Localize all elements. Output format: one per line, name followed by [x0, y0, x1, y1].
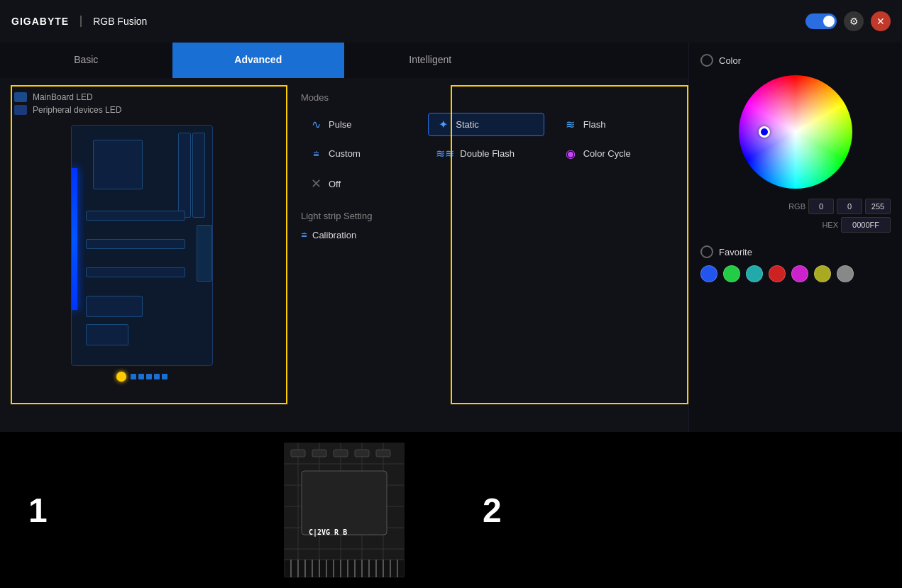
fav-color-2[interactable]: [746, 265, 763, 282]
color-icon: [700, 54, 713, 67]
color-wheel-container[interactable]: [739, 75, 852, 189]
flash-label: Flash: [583, 119, 606, 130]
calibration-icon: ⩧: [301, 228, 307, 241]
mode-static[interactable]: ✦ Static: [428, 113, 544, 136]
svg-rect-18: [284, 560, 405, 577]
peripheral-led-icon: [14, 105, 27, 115]
color-cycle-label: Color Cycle: [583, 148, 631, 159]
rgb-row: RGB: [700, 199, 891, 214]
settings-button[interactable]: ⚙: [844, 11, 864, 31]
tab-extra[interactable]: [517, 43, 689, 78]
svg-rect-12: [312, 450, 326, 457]
annotation-label-2: 2: [483, 491, 502, 530]
mode-pulse[interactable]: ∿ Pulse: [301, 113, 417, 136]
mode-color-cycle[interactable]: ◉ Color Cycle: [556, 142, 671, 165]
off-label: Off: [329, 179, 341, 189]
cpu-area: [93, 140, 143, 189]
hex-row: HEX: [700, 217, 891, 233]
svg-rect-15: [376, 450, 390, 457]
annotation-label-1: 1: [28, 491, 48, 530]
svg-rect-16: [302, 471, 387, 535]
light-strip-section-label: Light strip Setting: [301, 211, 671, 221]
static-icon: ✦: [436, 118, 450, 131]
mainboard-led-icon: [14, 92, 27, 102]
static-label: Static: [456, 119, 479, 130]
io-shield: [197, 225, 212, 282]
bottom-area: 1: [0, 432, 902, 588]
fav-color-1[interactable]: [723, 265, 740, 282]
favorite-section-label: Favorite: [700, 245, 752, 258]
logo-gigabyte: GIGABYTE: [11, 16, 69, 27]
hw-chip-visual: C|2VG R B: [284, 443, 405, 577]
rgb-b-input[interactable]: [865, 199, 891, 214]
logo-app-name: RGB Fusion: [93, 16, 147, 27]
custom-label: Custom: [329, 148, 361, 159]
mode-off[interactable]: ✕ Off: [301, 171, 417, 196]
indicator-bar-5: [162, 374, 167, 379]
app-logo: GIGABYTE RGB Fusion: [11, 16, 147, 27]
color-cursor: [759, 126, 770, 138]
favorite-colors: [700, 265, 854, 282]
logo-divider: [80, 16, 82, 27]
mainboard-led-option[interactable]: MainBoard LED: [14, 92, 270, 102]
hex-input[interactable]: [841, 217, 891, 233]
connector-2: [86, 324, 128, 345]
indicator-bars: [131, 374, 167, 379]
color-cycle-icon: ◉: [563, 147, 578, 160]
led-options: MainBoard LED Peripheral devices LED: [14, 92, 270, 118]
hex-label: HEX: [817, 221, 838, 229]
svg-rect-11: [291, 450, 305, 457]
indicator-bar-2: [138, 374, 144, 379]
indicator-bar-1: [131, 374, 136, 379]
calibration-label: Calibration: [312, 230, 356, 240]
tabs-bar: Basic Advanced Intelligent: [0, 43, 688, 78]
rgb-g-input[interactable]: [837, 199, 862, 214]
led-strip-visual: [72, 168, 77, 310]
connector-1: [86, 296, 143, 317]
svg-rect-13: [334, 450, 348, 457]
peripheral-led-option[interactable]: Peripheral devices LED: [14, 105, 270, 115]
indicator-dot: [116, 372, 126, 382]
tab-intelligent[interactable]: Intelligent: [344, 43, 517, 78]
ram-slot-1: [192, 133, 205, 218]
rgb-label: RGB: [784, 202, 805, 211]
color-panel-title: Color: [700, 54, 741, 67]
pulse-label: Pulse: [329, 119, 352, 130]
svg-text:C|2VG R B: C|2VG R B: [309, 528, 347, 537]
pulse-icon: ∿: [309, 118, 323, 131]
hardware-image: C|2VG R B: [284, 443, 405, 577]
favorite-icon: [700, 245, 713, 258]
fav-color-4[interactable]: [791, 265, 808, 282]
color-wheel[interactable]: [739, 75, 852, 189]
tab-advanced[interactable]: Advanced: [172, 43, 345, 78]
mode-flash[interactable]: ≋ Flash: [556, 113, 671, 136]
flash-icon: ≋: [563, 118, 578, 131]
rgb-r-input[interactable]: [808, 199, 834, 214]
fav-color-5[interactable]: [814, 265, 831, 282]
ram-slot-2: [178, 133, 191, 218]
modes-grid: ∿ Pulse ✦ Static ≋ Flash ⩧: [301, 113, 671, 196]
double-flash-label: Double Flash: [460, 148, 515, 159]
calibration-row[interactable]: ⩧ Calibration: [301, 228, 671, 241]
mb-indicator: [116, 372, 167, 382]
chip-svg: C|2VG R B: [284, 443, 405, 577]
off-icon: ✕: [309, 176, 323, 192]
color-values: RGB HEX: [700, 199, 891, 235]
titlebar: GIGABYTE RGB Fusion ⚙ ✕: [0, 0, 902, 43]
mainboard-led-label: MainBoard LED: [33, 92, 93, 102]
mode-double-flash[interactable]: ≋≋ Double Flash: [428, 142, 544, 165]
pcie-slot-1: [86, 211, 185, 221]
indicator-bar-4: [154, 374, 160, 379]
modes-section-label: Modes: [301, 92, 671, 103]
motherboard-diagram: [71, 125, 213, 366]
fav-color-0[interactable]: [700, 265, 717, 282]
fav-color-3[interactable]: [769, 265, 786, 282]
power-toggle[interactable]: [805, 13, 837, 29]
tab-basic[interactable]: Basic: [0, 43, 172, 78]
double-flash-icon: ≋≋: [436, 147, 454, 160]
fav-color-6[interactable]: [837, 265, 854, 282]
close-button[interactable]: ✕: [871, 11, 891, 31]
mode-custom[interactable]: ⩧ Custom: [301, 142, 417, 165]
pcie-slot-3: [86, 267, 185, 277]
titlebar-controls: ⚙ ✕: [805, 11, 891, 31]
